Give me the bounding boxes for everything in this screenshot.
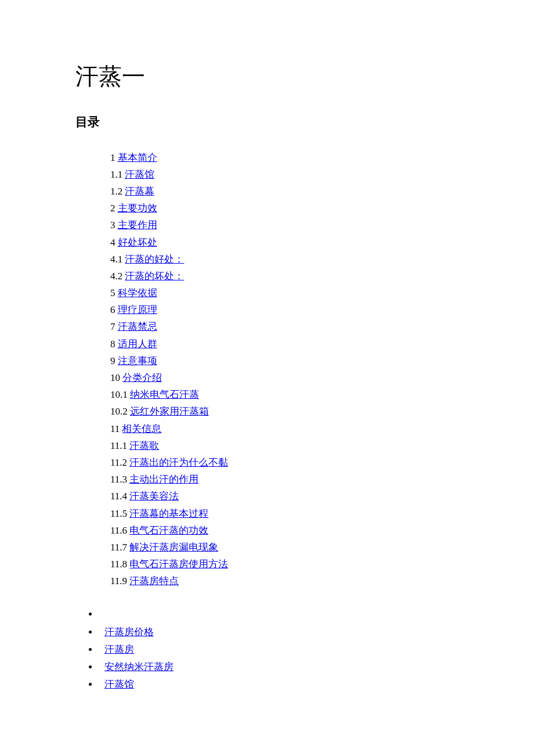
toc-item-number: 10	[110, 372, 120, 383]
toc-item: 11.8电气石汗蒸房使用方法	[110, 556, 459, 572]
related-links: 汗蒸房价格汗蒸房安然纳米汗蒸房汗蒸馆	[87, 606, 459, 692]
toc-item: 9注意事项	[110, 353, 459, 369]
toc-link[interactable]: 汗蒸幕的基本过程	[129, 508, 208, 519]
toc-item-number: 11.7	[110, 542, 127, 553]
toc-item: 1基本简介	[110, 150, 459, 165]
toc-link[interactable]: 主动出汗的作用	[129, 474, 199, 485]
toc-item: 11.2汗蒸出的汗为什么不黏	[110, 455, 459, 470]
toc-item-number: 11.2	[110, 457, 127, 468]
toc-item-number: 7	[110, 321, 116, 332]
toc-link[interactable]: 汗蒸出的汗为什么不黏	[129, 457, 228, 468]
toc-link[interactable]: 好处坏处	[118, 237, 157, 248]
related-item: 汗蒸房价格	[99, 624, 459, 640]
toc-link[interactable]: 电气石汗蒸房使用方法	[129, 559, 228, 570]
toc-item-number: 6	[110, 304, 116, 315]
toc-item: 4.1汗蒸的好处：	[110, 251, 459, 267]
toc-item-number: 2	[110, 203, 116, 214]
toc-heading: 目录	[75, 113, 459, 132]
toc-link[interactable]: 科学依据	[118, 287, 157, 298]
toc-link[interactable]: 主要作用	[118, 219, 157, 231]
toc-link[interactable]: 汗蒸的坏处：	[125, 271, 184, 282]
toc-item-number: 3	[110, 219, 116, 231]
toc-item: 4好处坏处	[110, 235, 459, 250]
page-title: 汗蒸一	[75, 58, 459, 95]
toc-item: 2主要功效	[110, 200, 459, 216]
toc-item: 11.3主动出汗的作用	[110, 471, 459, 487]
toc-item: 11.9汗蒸房特点	[110, 573, 459, 589]
toc-item-number: 4.2	[110, 271, 122, 282]
toc-item-number: 1	[110, 152, 116, 163]
toc-item-number: 1.1	[110, 169, 122, 180]
related-link[interactable]: 汗蒸馆	[104, 679, 134, 690]
toc-link[interactable]: 解决汗蒸房漏电现象	[129, 542, 218, 553]
toc-item-number: 10.1	[110, 389, 128, 400]
related-link[interactable]: 汗蒸房价格	[104, 627, 154, 638]
toc-item-number: 4.1	[110, 254, 122, 265]
toc-item: 6理疗原理	[110, 302, 459, 318]
toc-link[interactable]: 相关信息	[122, 423, 161, 434]
toc-link[interactable]: 基本简介	[118, 152, 157, 163]
toc-link[interactable]: 汗蒸的好处：	[125, 254, 184, 265]
toc-link[interactable]: 汗蒸美容法	[129, 491, 179, 502]
toc-item: 11.4汗蒸美容法	[110, 488, 459, 504]
toc-link[interactable]: 分类介绍	[122, 372, 162, 383]
toc-link[interactable]: 注意事项	[118, 355, 157, 366]
toc-item: 7汗蒸禁忌	[110, 319, 459, 334]
toc-item-number: 10.2	[110, 406, 128, 417]
related-link[interactable]: 汗蒸房	[104, 644, 134, 655]
toc-link[interactable]: 主要功效	[118, 203, 157, 214]
toc-item-number: 11	[110, 423, 120, 434]
toc-item: 3主要作用	[110, 217, 459, 233]
toc-item: 10.2远红外家用汗蒸箱	[110, 404, 459, 419]
toc-link[interactable]: 远红外家用汗蒸箱	[130, 406, 209, 417]
toc-item: 11.5汗蒸幕的基本过程	[110, 506, 459, 521]
toc-link[interactable]: 汗蒸房特点	[129, 575, 179, 586]
toc-item: 1.1汗蒸馆	[110, 167, 459, 182]
toc-item-number: 11.5	[110, 508, 127, 519]
toc-item-number: 11.1	[110, 440, 127, 451]
table-of-contents: 1基本简介1.1汗蒸馆1.2汗蒸幕2主要功效3主要作用4好处坏处4.1汗蒸的好处…	[110, 150, 459, 589]
toc-item: 4.2汗蒸的坏处：	[110, 268, 459, 284]
toc-link[interactable]: 汗蒸幕	[125, 186, 154, 197]
toc-item: 5科学依据	[110, 285, 459, 301]
toc-item-number: 5	[110, 287, 116, 298]
toc-item: 11.6电气石汗蒸的功效	[110, 523, 459, 538]
related-item: 汗蒸房	[99, 642, 459, 657]
toc-item: 8适用人群	[110, 336, 459, 352]
toc-item: 1.2汗蒸幕	[110, 183, 459, 199]
toc-item-number: 1.2	[110, 186, 122, 197]
related-item	[99, 606, 459, 622]
toc-item-number: 9	[110, 355, 116, 366]
toc-link[interactable]: 理疗原理	[118, 304, 157, 315]
toc-item-number: 4	[110, 237, 116, 248]
toc-item: 11相关信息	[110, 421, 459, 437]
toc-link[interactable]: 电气石汗蒸的功效	[129, 525, 208, 536]
toc-item-number: 8	[110, 339, 116, 350]
toc-item: 11.7解决汗蒸房漏电现象	[110, 539, 459, 555]
toc-link[interactable]: 汗蒸馆	[125, 169, 154, 180]
toc-item-number: 11.3	[110, 474, 127, 485]
toc-item: 10分类介绍	[110, 370, 459, 386]
toc-link[interactable]: 汗蒸歌	[129, 440, 159, 451]
toc-item-number: 11.6	[110, 525, 127, 536]
related-link[interactable]: 安然纳米汗蒸房	[104, 661, 174, 672]
toc-item-number: 11.9	[110, 575, 127, 586]
related-item: 汗蒸馆	[99, 676, 459, 692]
toc-link[interactable]: 汗蒸禁忌	[118, 321, 157, 332]
related-item: 安然纳米汗蒸房	[99, 659, 459, 675]
toc-item-number: 11.4	[110, 491, 127, 502]
toc-link[interactable]: 适用人群	[118, 339, 157, 350]
toc-item: 10.1纳米电气石汗蒸	[110, 387, 459, 402]
toc-link[interactable]: 纳米电气石汗蒸	[130, 389, 199, 400]
toc-item-number: 11.8	[110, 559, 127, 570]
toc-item: 11.1汗蒸歌	[110, 438, 459, 453]
